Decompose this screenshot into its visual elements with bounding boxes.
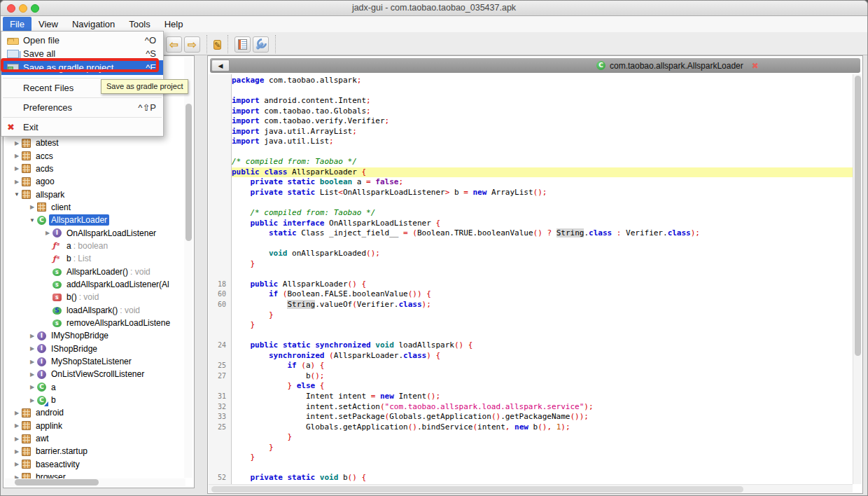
collapsed-arrow-icon[interactable] bbox=[12, 410, 22, 416]
method-icon: s bbox=[52, 319, 62, 327]
code-text bbox=[232, 198, 853, 209]
wrench-icon bbox=[255, 39, 267, 50]
menubar: FileViewNavigationToolsHelp bbox=[1, 16, 867, 32]
zoom-window-button[interactable] bbox=[31, 4, 39, 13]
tab-allsparkloader[interactable]: C com.taobao.allspark.AllsparkLoader ✖ bbox=[596, 58, 759, 73]
code-text: private static boolean a = false; bbox=[232, 177, 853, 188]
toolbar-separator bbox=[206, 35, 207, 53]
code-text: if (a) { bbox=[232, 361, 853, 371]
tree-hscroll-thumb[interactable] bbox=[15, 479, 99, 485]
menu-tools[interactable]: Tools bbox=[122, 17, 157, 32]
code-line: synchronized (AllsparkLoader.class) { bbox=[209, 351, 853, 361]
deobfuscation-button[interactable]: ✎ bbox=[214, 38, 221, 50]
menu-view[interactable]: View bbox=[31, 17, 65, 32]
collapsed-arrow-icon[interactable] bbox=[27, 371, 37, 378]
code-text: b(); bbox=[232, 371, 853, 382]
package-tree: abtestaccsacdsagooallsparkclientCAllspar… bbox=[4, 137, 194, 483]
code-line: } bbox=[209, 310, 853, 321]
tree-item-onallsparkloadlistener[interactable]: IOnAllsparkLoadListener bbox=[4, 226, 194, 239]
editor-hscroll-thumb[interactable] bbox=[211, 486, 743, 492]
collapsed-arrow-icon[interactable] bbox=[43, 230, 52, 236]
collapsed-arrow-icon[interactable] bbox=[12, 153, 22, 159]
code-text: intent.setAction("com.taobao.allspark.lo… bbox=[232, 402, 853, 413]
expanded-arrow-icon[interactable] bbox=[27, 217, 37, 223]
collapsed-arrow-icon[interactable] bbox=[27, 359, 37, 365]
tree-item-barrier-startup[interactable]: barrier.startup bbox=[4, 445, 194, 457]
tree-item-awt[interactable]: awt bbox=[4, 432, 194, 445]
forward-arrow-icon: ⇨ bbox=[188, 39, 197, 50]
back-button[interactable]: ⇦ bbox=[166, 36, 182, 53]
menu-file[interactable]: File bbox=[3, 17, 31, 32]
tree-item-acds[interactable]: acds bbox=[4, 163, 194, 175]
menu-item-preferences[interactable]: Preferences^⇧P bbox=[1, 101, 163, 114]
code-line: } bbox=[209, 443, 853, 453]
collapsed-arrow-icon[interactable] bbox=[12, 461, 22, 467]
editor-vscroll-thumb[interactable] bbox=[855, 76, 861, 356]
tree-item-b[interactable]: Cb bbox=[4, 394, 194, 406]
tree-item-addallsparkloadlistener-al[interactable]: saddAllsparkLoadListener(Al bbox=[4, 278, 194, 291]
toolbar-separator bbox=[227, 35, 228, 53]
collapsed-arrow-icon[interactable] bbox=[27, 204, 37, 210]
tree-item-b[interactable]: ƒˢb : List bbox=[4, 252, 194, 265]
code-text: } bbox=[232, 443, 853, 453]
code-text: public AllsparkLoader() { bbox=[232, 280, 853, 290]
tree-item-allspark[interactable]: allspark bbox=[4, 188, 194, 200]
tree-item-b-[interactable]: sb() : void bbox=[4, 291, 194, 303]
editor-vertical-scrollbar[interactable] bbox=[853, 74, 862, 484]
package-icon bbox=[37, 202, 46, 212]
collapsed-arrow-icon[interactable] bbox=[12, 165, 22, 172]
collapsed-arrow-icon[interactable] bbox=[12, 436, 22, 442]
line-number bbox=[209, 188, 232, 198]
tree-item-applink[interactable]: applink bbox=[4, 420, 194, 432]
tree-vscroll-thumb[interactable] bbox=[186, 104, 192, 241]
close-window-button[interactable] bbox=[7, 4, 15, 13]
tab-scroll-left-button[interactable]: ◀ bbox=[211, 60, 230, 71]
tree-item-accs[interactable]: accs bbox=[4, 149, 194, 162]
tree-item-removeallsparkloadlistene[interactable]: sremoveAllsparkLoadListene bbox=[4, 317, 194, 329]
collapsed-arrow-icon[interactable] bbox=[27, 345, 37, 352]
code-area[interactable]: package com.taobao.allspark;import andro… bbox=[209, 74, 853, 484]
line-number bbox=[209, 351, 232, 361]
log-viewer-button[interactable] bbox=[234, 36, 251, 53]
preferences-button[interactable] bbox=[253, 36, 269, 53]
menu-navigation[interactable]: Navigation bbox=[65, 17, 122, 32]
class-icon: C bbox=[37, 383, 46, 392]
tree-item-allsparkloader-[interactable]: sAllsparkLoader() : void bbox=[4, 265, 194, 277]
tree-item-baseactivity[interactable]: baseactivity bbox=[4, 458, 194, 471]
tree-item-client[interactable]: client bbox=[4, 201, 194, 214]
collapsed-arrow-icon[interactable] bbox=[12, 448, 22, 455]
collapsed-arrow-icon[interactable] bbox=[27, 333, 37, 339]
tree-item-imyshopbridge[interactable]: IIMyShopBridge bbox=[4, 329, 194, 342]
minimize-window-button[interactable] bbox=[19, 4, 27, 13]
tree-item-a[interactable]: ƒˢa : boolean bbox=[4, 240, 194, 252]
tree-item-loadallspark-[interactable]: SloadAllspark() : void bbox=[4, 303, 194, 316]
tree-vertical-scrollbar[interactable] bbox=[184, 57, 192, 478]
interface-icon: I bbox=[37, 357, 46, 366]
expanded-arrow-icon[interactable] bbox=[12, 191, 22, 198]
code-line: 18 public AllsparkLoader() { bbox=[209, 280, 853, 290]
editor-horizontal-scrollbar[interactable] bbox=[209, 484, 853, 492]
menu-help[interactable]: Help bbox=[158, 17, 190, 32]
tree-item-ishopbridge[interactable]: IIShopBridge bbox=[4, 343, 194, 355]
menu-item-exit[interactable]: ✖Exit bbox=[1, 120, 163, 134]
tree-horizontal-scrollbar[interactable] bbox=[5, 478, 186, 486]
forward-button[interactable]: ⇨ bbox=[184, 36, 200, 53]
collapsed-arrow-icon[interactable] bbox=[27, 384, 37, 390]
code-line: public interface OnAllsparkLoadListener … bbox=[209, 219, 853, 229]
code-line-highlighted: public class AllsparkLoader { bbox=[209, 167, 853, 178]
collapsed-arrow-icon[interactable] bbox=[12, 179, 22, 185]
tree-item-allsparkloader[interactable]: CAllsparkLoader bbox=[4, 214, 194, 226]
tree-item-android[interactable]: android bbox=[4, 406, 194, 419]
tree-item-a[interactable]: Ca bbox=[4, 381, 194, 394]
tree-item-onlistviewscrolllistener[interactable]: IOnListViewScrollListener bbox=[4, 368, 194, 380]
tree-item-agoo[interactable]: agoo bbox=[4, 175, 194, 188]
collapsed-arrow-icon[interactable] bbox=[27, 397, 37, 404]
menu-item-open-file[interactable]: Open file^O bbox=[1, 34, 163, 47]
tree-item-myshopstatelistener[interactable]: IMyShopStateListener bbox=[4, 355, 194, 368]
collapsed-arrow-icon[interactable] bbox=[12, 422, 22, 429]
line-number: 25 bbox=[209, 422, 232, 433]
collapsed-arrow-icon[interactable] bbox=[12, 140, 22, 146]
tree-item-abtest[interactable]: abtest bbox=[4, 137, 194, 149]
close-tab-icon[interactable]: ✖ bbox=[752, 61, 759, 71]
tree-item-label: accs bbox=[34, 151, 55, 162]
